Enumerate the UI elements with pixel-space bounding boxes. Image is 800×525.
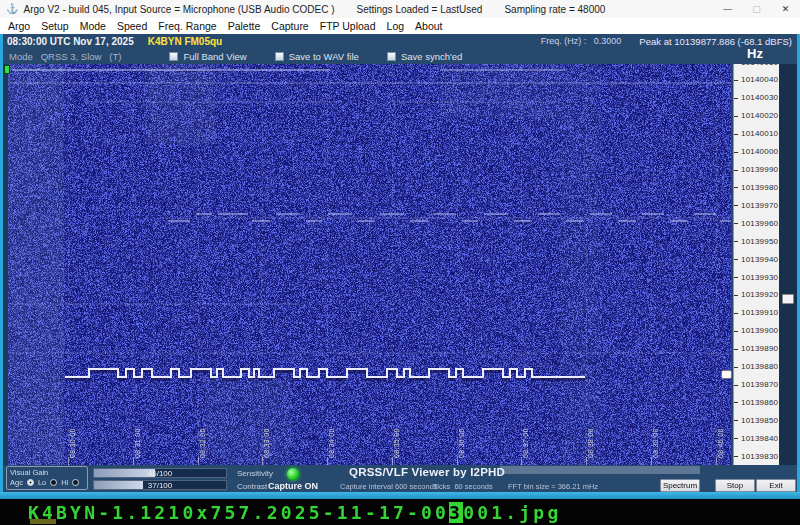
time-label: 08:33:00 xyxy=(263,428,270,458)
control-bar: Visual Gain AgcLoHi 46/100 37/100 Sensit… xyxy=(0,465,800,492)
minimize-button[interactable]: — xyxy=(713,0,742,18)
spectrum-button[interactable]: Spectrum xyxy=(660,479,700,492)
freq-label: 10139860 xyxy=(741,398,778,407)
freq-label: 10140050 xyxy=(741,64,778,67)
time-label: 08:39:00 xyxy=(652,428,659,458)
freq-tick xyxy=(734,385,738,386)
frequency-offset-thumb[interactable] xyxy=(782,294,794,304)
settings-loaded-text: Settings Loaded = LastUsed xyxy=(356,4,482,15)
freq-label: 10139890 xyxy=(741,344,778,353)
viewer-title: QRSS/VLF Viewer by I2PHD xyxy=(349,466,505,478)
utc-datetime: 08:30:00 UTC Nov 17, 2025 xyxy=(7,36,134,47)
checkbox-full-band-view[interactable]: Full Band View xyxy=(169,51,246,62)
freq-readout: Freq. (Hz) : 0.3000 xyxy=(541,36,622,46)
menu-ftp-upload[interactable]: FTP Upload xyxy=(320,20,376,32)
freq-tick xyxy=(734,152,738,153)
freq-label: 10139950 xyxy=(741,237,778,246)
freq-label: 10139940 xyxy=(741,255,778,264)
sampling-rate-text: Sampling rate = 48000 xyxy=(504,4,605,15)
checkbox-box[interactable] xyxy=(387,52,396,61)
capture-led xyxy=(287,468,299,480)
menu-mode[interactable]: Mode xyxy=(80,20,106,32)
radio-lo[interactable] xyxy=(50,479,57,486)
filename-bar: K4BYN-1.1210x757.2025-11-17-003001.jpg xyxy=(0,499,800,525)
freq-tick xyxy=(734,331,738,332)
contrast-slider[interactable]: 37/100 xyxy=(93,480,227,490)
checkbox-group: Full Band ViewSave to WAV fileSave synch… xyxy=(169,51,462,62)
time-label: 08:30:00 xyxy=(69,428,76,458)
menu-log[interactable]: Log xyxy=(387,20,405,32)
checkbox-box[interactable] xyxy=(275,52,284,61)
capture-filename: K4BYN-1.1210x757.2025-11-17-003001.jpg xyxy=(28,502,561,523)
freq-label: 10140020 xyxy=(741,111,778,120)
waterfall-area: 08:30:0008:31:0008:32:0008:33:0008:34:00… xyxy=(0,64,800,465)
radio-hi[interactable] xyxy=(72,479,79,486)
freq-tick xyxy=(734,420,738,421)
freq-label: 10139900 xyxy=(741,326,778,335)
checkbox-save-synch-ed[interactable]: Save synch'ed xyxy=(387,51,463,62)
menu-argo[interactable]: Argo xyxy=(8,20,30,32)
freq-label: 10139850 xyxy=(741,416,778,425)
visual-gain-options: AgcLoHi xyxy=(10,478,79,487)
menu-setup[interactable]: Setup xyxy=(41,20,68,32)
freq-tick xyxy=(734,295,738,296)
menu-palette[interactable]: Palette xyxy=(228,20,261,32)
window-inner-edge xyxy=(3,64,8,465)
menu-speed[interactable]: Speed xyxy=(117,20,147,32)
menu-capture[interactable]: Capture xyxy=(271,20,308,32)
freq-tick xyxy=(734,187,738,188)
freq-tick xyxy=(734,223,738,224)
freq-tick xyxy=(734,241,738,242)
freq-tick xyxy=(734,170,738,171)
freq-tick xyxy=(734,134,738,135)
freq-tick xyxy=(734,349,738,350)
radio-agc[interactable] xyxy=(27,479,34,486)
freq-tick xyxy=(734,456,738,457)
running-led xyxy=(4,65,10,74)
radio-label-hi: Hi xyxy=(61,478,68,487)
freq-label: 10139970 xyxy=(741,201,778,210)
visual-gain-title: Visual Gain xyxy=(10,468,48,477)
freq-label: 10139920 xyxy=(741,290,778,299)
time-label: 08:40:00 xyxy=(717,428,724,458)
mode-row: Mode QRSS 3, Slow (T) Full Band ViewSave… xyxy=(0,48,800,64)
time-label: 08:34:00 xyxy=(328,428,335,458)
texture-band xyxy=(500,466,700,474)
maximize-button[interactable]: ▢ xyxy=(742,0,771,18)
frequency-scale[interactable]: 1014005010140040101400301014002010140010… xyxy=(733,64,779,465)
frequency-offset-track[interactable] xyxy=(779,64,797,465)
capture-state: Capture ON xyxy=(268,481,318,491)
window-title: Argo V2 - build 045, Input Source = Micr… xyxy=(23,4,334,15)
contrast-label: Contrast xyxy=(237,482,267,491)
peak-readout: Peak at 10139877.886 (-68.1 dBFS) xyxy=(639,36,792,47)
pixel-artifact xyxy=(30,519,56,524)
ticks-info-text: Ticks 60 seconds xyxy=(433,482,493,491)
freq-label: 10139830 xyxy=(741,452,778,461)
close-button[interactable]: ✕ xyxy=(771,0,800,18)
peak-frequency-marker xyxy=(721,370,732,379)
exit-button[interactable]: Exit xyxy=(756,479,796,492)
menu-about[interactable]: About xyxy=(415,20,442,32)
freq-label: 10140040 xyxy=(741,75,778,84)
menu-freq-range[interactable]: Freq. Range xyxy=(158,20,216,32)
freq-tick xyxy=(734,80,738,81)
capture-interval-text: Capture interval 600 seconds xyxy=(340,482,438,491)
filename-cursor: 3 xyxy=(449,502,463,523)
freq-tick xyxy=(734,367,738,368)
title-bar: ⚓ Argo V2 - build 045, Input Source = Mi… xyxy=(0,0,800,18)
stop-button[interactable]: Stop xyxy=(715,479,755,492)
window-left-frame xyxy=(0,34,3,492)
sensitivity-value: 46/100 xyxy=(94,469,226,478)
checkbox-box[interactable] xyxy=(169,52,178,61)
freq-label: 10139840 xyxy=(741,434,778,443)
freq-tick xyxy=(734,98,738,99)
checkbox-save-to-wav-file[interactable]: Save to WAV file xyxy=(275,51,359,62)
radio-label-lo: Lo xyxy=(38,478,46,487)
freq-tick xyxy=(734,277,738,278)
checkbox-label: Full Band View xyxy=(183,51,246,62)
sensitivity-slider[interactable]: 46/100 xyxy=(93,468,227,478)
waterfall-canvas[interactable] xyxy=(8,64,731,465)
argo-window: ⚓ Argo V2 - build 045, Input Source = Mi… xyxy=(0,0,800,525)
time-label: 08:36:00 xyxy=(458,428,465,458)
radio-label-agc: Agc xyxy=(10,478,23,487)
